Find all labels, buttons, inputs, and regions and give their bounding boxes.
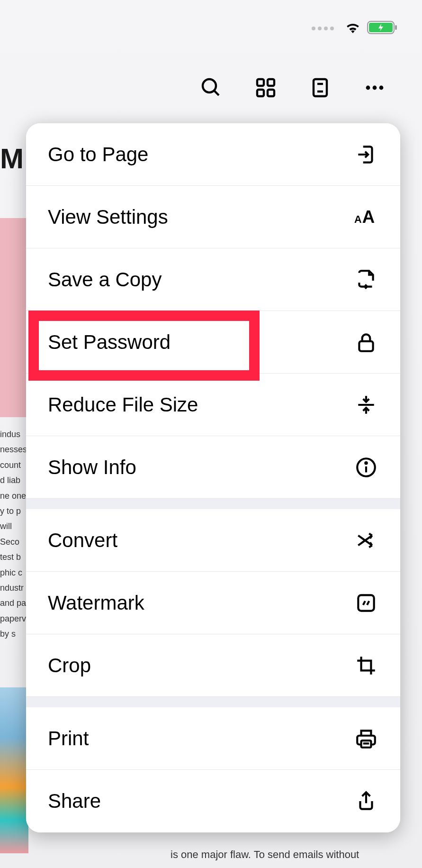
menu-item-view-settings[interactable]: View Settings AA: [26, 186, 400, 248]
menu-item-watermark[interactable]: Watermark: [26, 572, 400, 634]
print-icon: [354, 726, 378, 751]
svg-point-21: [365, 462, 367, 463]
lock-icon: [354, 330, 378, 355]
crop-icon: [354, 653, 378, 678]
battery-charging-icon: [367, 20, 398, 37]
svg-rect-5: [257, 79, 264, 86]
menu-item-share[interactable]: Share: [26, 770, 400, 832]
more-icon[interactable]: [363, 76, 386, 100]
background-image-beach: [0, 687, 28, 853]
svg-rect-17: [359, 341, 373, 351]
svg-line-24: [367, 601, 369, 604]
background-body-text: indus nesses count d liab ne one y to p …: [0, 427, 28, 641]
menu-item-set-password[interactable]: Set Password: [26, 311, 400, 374]
menu-item-save-copy[interactable]: Save a Copy: [26, 248, 400, 311]
document-icon[interactable]: [308, 76, 332, 100]
menu-item-show-info[interactable]: Show Info: [26, 436, 400, 499]
grid-icon[interactable]: [254, 76, 278, 100]
watermark-icon: [354, 591, 378, 615]
svg-rect-6: [268, 79, 274, 86]
svg-line-4: [214, 91, 219, 95]
menu-section-divider: [26, 499, 400, 509]
background-image-pink: [0, 218, 28, 417]
menu-item-convert[interactable]: Convert: [26, 509, 400, 572]
share-icon: [354, 789, 378, 813]
svg-text:A: A: [362, 207, 375, 226]
compress-icon: [354, 393, 378, 417]
text-size-icon: AA: [354, 205, 378, 229]
svg-line-23: [363, 601, 365, 604]
wifi-icon: [344, 21, 361, 36]
menu-label: Share: [48, 790, 101, 813]
info-icon: [354, 455, 378, 480]
action-menu: Go to Page View Settings AA Save a Copy …: [26, 123, 400, 832]
save-copy-icon: [354, 267, 378, 292]
background-bottom-text: is one major flaw. To send emails withou…: [171, 849, 398, 861]
go-to-page-icon: [354, 142, 378, 167]
menu-label: Reduce File Size: [48, 393, 198, 416]
svg-point-14: [379, 86, 384, 90]
menu-label: Print: [48, 727, 89, 750]
menu-label: Set Password: [48, 331, 171, 354]
menu-section-divider: [26, 697, 400, 707]
svg-rect-8: [268, 90, 274, 96]
menu-label: View Settings: [48, 206, 168, 228]
menu-item-print[interactable]: Print: [26, 707, 400, 770]
svg-rect-2: [395, 25, 397, 30]
svg-point-12: [366, 86, 370, 90]
menu-label: Save a Copy: [48, 268, 162, 291]
menu-item-reduce-file-size[interactable]: Reduce File Size: [26, 374, 400, 436]
cellular-signal-icon: [312, 27, 334, 30]
background-header: M: [0, 142, 25, 175]
svg-point-13: [373, 86, 377, 90]
svg-rect-7: [257, 90, 264, 96]
svg-text:A: A: [354, 213, 362, 225]
menu-label: Show Info: [48, 456, 136, 479]
svg-rect-9: [314, 79, 327, 96]
convert-icon: [354, 528, 378, 553]
svg-rect-22: [358, 595, 374, 611]
menu-item-go-to-page[interactable]: Go to Page: [26, 123, 400, 186]
menu-label: Convert: [48, 529, 117, 552]
menu-item-crop[interactable]: Crop: [26, 634, 400, 697]
search-icon[interactable]: [199, 76, 223, 100]
svg-point-3: [203, 79, 216, 92]
menu-label: Go to Page: [48, 143, 148, 166]
menu-label: Watermark: [48, 592, 144, 614]
menu-label: Crop: [48, 654, 91, 677]
status-bar: [312, 20, 398, 37]
toolbar: [0, 76, 422, 100]
